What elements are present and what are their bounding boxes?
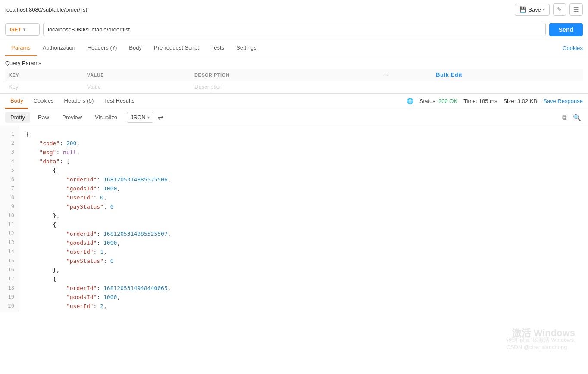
tab-tests[interactable]: Tests (205, 40, 230, 56)
search-button[interactable]: 🔍 (571, 112, 583, 123)
request-tab-bar: Params Authorization Headers (7) Body Pr… (0, 40, 588, 56)
col-description: DESCRIPTION (191, 69, 380, 81)
format-bar: Pretty Raw Preview Visualize JSON ▾ ⇌ ⧉ … (0, 109, 588, 126)
url-title: localhost:8080/subtable/order/list (5, 6, 87, 13)
cookies-link[interactable]: Cookies (563, 41, 583, 56)
resp-tab-cookies[interactable]: Cookies (28, 94, 59, 109)
comment-button[interactable]: ☰ (569, 3, 583, 16)
fmt-tab-raw[interactable]: Raw (33, 112, 54, 123)
url-bar: localhost:8080/subtable/order/list 💾 Sav… (0, 0, 588, 19)
url-bar-actions: 💾 Save ▾ ✎ ☰ (515, 3, 583, 16)
code-area: 1234567891011121314151617181920 { "code"… (0, 126, 588, 312)
save-button[interactable]: 💾 Save ▾ (515, 4, 550, 16)
tab-authorization[interactable]: Authorization (37, 40, 81, 56)
request-line: GET ▾ Send (0, 19, 588, 40)
url-input[interactable] (43, 23, 546, 36)
copy-button[interactable]: ⧉ (560, 112, 569, 123)
save-dropdown-chevron: ▾ (543, 7, 545, 12)
tab-params[interactable]: Params (5, 40, 37, 56)
send-button[interactable]: Send (549, 23, 583, 36)
desc-input-cell[interactable]: Description (191, 81, 380, 93)
json-format-select[interactable]: JSON ▾ (127, 112, 153, 123)
edit-button[interactable]: ✎ (553, 3, 566, 16)
save-response-link[interactable]: Save Response (543, 98, 583, 104)
method-label: GET (10, 26, 22, 33)
key-input-cell[interactable]: Key (5, 81, 84, 93)
fmt-tab-pretty[interactable]: Pretty (5, 112, 30, 123)
line-numbers: 1234567891011121314151617181920 (0, 126, 19, 312)
col-value: VALUE (84, 69, 191, 81)
params-table: KEY VALUE DESCRIPTION ··· Bulk Edit Key … (5, 69, 583, 93)
size-label: Size: 3.02 KB (503, 98, 537, 104)
save-icon: 💾 (519, 6, 526, 13)
resp-tab-headers[interactable]: Headers (5) (59, 94, 99, 109)
tab-prerequest[interactable]: Pre-request Script (148, 40, 205, 56)
response-status: 🌐 Status: 200 OK Time: 185 ms Size: 3.02… (407, 98, 583, 104)
time-label: Time: 185 ms (463, 98, 497, 104)
query-params-label: Query Params (5, 60, 583, 66)
resp-tab-testresults[interactable]: Test Results (99, 94, 140, 109)
col-more[interactable]: ··· (380, 69, 432, 81)
params-section: Query Params KEY VALUE DESCRIPTION ··· B… (0, 56, 588, 93)
method-chevron: ▾ (23, 27, 25, 32)
size-value: 3.02 KB (517, 98, 537, 104)
status-label: Status: 200 OK (419, 98, 457, 104)
tab-settings[interactable]: Settings (230, 40, 263, 56)
code-content: { "code": 200, "msg": null, "data": [ { … (19, 126, 588, 312)
tab-body[interactable]: Body (123, 40, 148, 56)
params-row-empty: Key Value Description (5, 81, 583, 93)
bulk-edit-link[interactable]: Bulk Edit (436, 72, 462, 78)
tab-headers[interactable]: Headers (7) (81, 40, 123, 56)
response-section: Body Cookies Headers (5) Test Results 🌐 … (0, 93, 588, 312)
filter-button[interactable]: ⇌ (156, 112, 165, 123)
time-value: 185 ms (479, 98, 497, 104)
status-value: 200 OK (438, 98, 457, 104)
bulk-edit-col: Bulk Edit (432, 69, 583, 81)
value-input-cell[interactable]: Value (84, 81, 191, 93)
fmt-tab-visualize[interactable]: Visualize (90, 112, 122, 123)
resp-tab-body[interactable]: Body (5, 94, 28, 109)
response-tab-bar: Body Cookies Headers (5) Test Results 🌐 … (0, 94, 588, 109)
json-chevron: ▾ (147, 115, 150, 120)
col-key: KEY (5, 69, 84, 81)
globe-icon: 🌐 (407, 98, 413, 104)
method-select[interactable]: GET ▾ (5, 23, 40, 36)
fmt-tab-preview[interactable]: Preview (57, 112, 87, 123)
